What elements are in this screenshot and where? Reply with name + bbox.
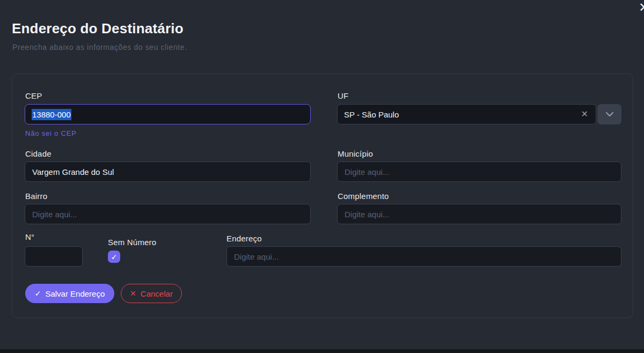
endereco-input[interactable] — [226, 246, 621, 267]
uf-label: UF — [338, 91, 348, 100]
cidade-input[interactable] — [25, 161, 311, 182]
close-icon[interactable]: ✕ — [639, 1, 644, 14]
complemento-input[interactable] — [337, 204, 621, 224]
cancel-button[interactable]: ✕ Cancelar — [121, 284, 182, 303]
uf-selected-value: SP - São Paulo — [344, 110, 580, 119]
bairro-input[interactable] — [25, 204, 311, 224]
save-address-button[interactable]: ✓ Salvar Endereço — [25, 284, 114, 303]
bairro-label: Bairro — [25, 192, 47, 201]
address-modal: ✕ Endereço do Destinatário Preencha abai… — [0, 0, 644, 353]
chevron-down-icon — [605, 112, 614, 117]
cep-label: CEP — [25, 91, 42, 100]
window-bottom-edge — [0, 349, 644, 353]
uf-dropdown-button[interactable] — [597, 104, 621, 124]
dont-know-cep-link[interactable]: Não sei o CEP — [25, 129, 77, 137]
cep-selected-value: 13880-000 — [32, 109, 71, 120]
endereco-label: Endereço — [226, 234, 262, 243]
uf-select[interactable]: SP - São Paulo ✕ — [337, 104, 621, 124]
check-icon: ✓ — [35, 290, 41, 297]
complemento-label: Complemento — [338, 192, 389, 201]
page-title: Endereço do Destinatário — [12, 20, 184, 37]
numero-input[interactable] — [25, 246, 83, 267]
sem-numero-label: Sem Número — [108, 238, 156, 247]
numero-label: N° — [25, 232, 34, 241]
check-icon: ✓ — [111, 253, 118, 261]
address-form-card: CEP 13880-000 Não sei o CEP UF SP - São … — [12, 73, 633, 318]
page-subtitle: Preencha abaixo as informações do seu cl… — [12, 43, 187, 52]
clear-icon[interactable]: ✕ — [580, 109, 589, 120]
cep-input[interactable]: 13880-000 — [25, 104, 311, 124]
uf-valuebox[interactable]: SP - São Paulo ✕ — [337, 104, 596, 124]
sem-numero-checkbox[interactable]: ✓ — [108, 251, 120, 263]
municipio-label: Município — [338, 149, 373, 158]
municipio-input[interactable] — [337, 161, 621, 182]
save-button-label: Salvar Endereço — [45, 289, 105, 298]
cidade-label: Cidade — [25, 149, 52, 158]
x-icon: ✕ — [130, 290, 136, 297]
cancel-button-label: Cancelar — [141, 289, 173, 298]
